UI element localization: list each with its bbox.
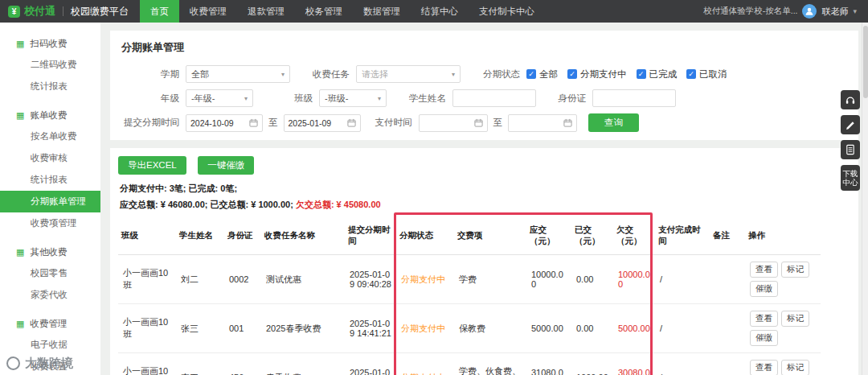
logo-text: 校付通 <box>24 4 55 19</box>
main-content: 分期账单管理 学期 全部 ▾ 收费任务 请选择 ▾ 分期状态 ✓全部✓分期支付中… <box>100 23 868 375</box>
feedback-button[interactable] <box>841 115 860 134</box>
topnav-item[interactable]: 支付制卡中心 <box>469 0 545 23</box>
pay-from-date[interactable] <box>419 114 488 132</box>
table-panel: 导出EXCEL 一键催缴 分期支付中: 3笔; 已完成: 0笔; 应交总额: ¥… <box>110 148 858 375</box>
float-toolbar: 下载中心 <box>841 90 860 191</box>
cell-student: 张三 <box>176 304 224 353</box>
user-name[interactable]: 联老师 <box>821 6 848 18</box>
status-checkbox[interactable]: ✓分期支付中 <box>567 68 627 80</box>
watermark-text: 大数跨境 <box>25 356 73 371</box>
download-center-button[interactable]: 下载中心 <box>841 165 860 191</box>
mark-button[interactable]: 标记 <box>781 262 809 278</box>
pen-icon <box>845 119 856 130</box>
sidebar-item[interactable]: 二维码收费 <box>0 54 100 76</box>
cell-status: 分期支付中 <box>396 304 454 353</box>
topnav-item[interactable]: 结算中心 <box>411 0 469 23</box>
calendar-icon <box>249 118 258 127</box>
topnav-item[interactable]: 数据管理 <box>353 0 411 23</box>
chevron-down-icon: ▾ <box>452 71 455 78</box>
sidebar-section-header[interactable]: ▦收费管理 <box>0 314 100 334</box>
column-header: 备注 <box>710 217 745 255</box>
column-header: 分期状态 <box>396 217 454 255</box>
idcard-label: 身份证 <box>544 93 586 105</box>
cell-note <box>710 304 745 353</box>
mark-button[interactable]: 标记 <box>781 311 809 327</box>
sidebar-item[interactable]: 统计报表 <box>0 169 100 191</box>
cell-submit-time: 2025-01-09 09:40:28 <box>345 255 396 304</box>
sidebar-item[interactable]: 按名单收费 <box>0 126 100 147</box>
submit-to-date[interactable]: 2025-01-09 <box>284 114 361 132</box>
view-button[interactable]: 查看 <box>750 262 778 278</box>
semester-select[interactable]: 全部 ▾ <box>186 65 290 83</box>
cell-id-no: 0002 <box>224 255 261 304</box>
mark-button[interactable]: 标记 <box>781 360 809 375</box>
student-name-input[interactable] <box>452 89 536 107</box>
chevron-down-icon: ▾ <box>244 95 248 102</box>
view-button[interactable]: 查看 <box>750 311 778 327</box>
checkbox-icon: ✓ <box>686 69 696 79</box>
cell-student: 刘二 <box>176 255 224 304</box>
watermark-logo-icon <box>6 356 20 370</box>
cell-owed: 10000.00 <box>613 255 655 304</box>
cell-complete-time: / <box>655 255 710 304</box>
chevron-down-icon: ▾ <box>281 71 285 78</box>
status-checkbox[interactable]: ✓已取消 <box>686 68 727 80</box>
submit-from-date[interactable]: 2024-10-09 <box>186 114 263 132</box>
task-select[interactable]: 请选择 ▾ <box>356 65 461 83</box>
cell-owed: 5000.00 <box>613 304 655 353</box>
cell-complete-time: / <box>655 304 710 353</box>
watermark: 大数跨境 <box>6 356 73 371</box>
avatar[interactable] <box>802 4 817 19</box>
sidebar-item[interactable]: 家委代收 <box>0 284 100 306</box>
search-button[interactable]: 查询 <box>588 113 639 132</box>
sidebar-item[interactable]: 电子收据 <box>0 334 100 356</box>
topnav-item[interactable]: 收费管理 <box>179 0 237 23</box>
remind-button[interactable]: 催缴 <box>750 330 778 346</box>
document-button[interactable] <box>841 140 860 159</box>
cell-paid: 0.00 <box>571 304 613 353</box>
view-button[interactable]: 查看 <box>750 360 778 375</box>
idcard-input[interactable] <box>592 89 676 107</box>
sidebar-item[interactable]: 收费审核 <box>0 147 100 169</box>
summary-totals: 应交总额: ¥ 46080.00; 已交总额: ¥ 1000.00; <box>120 200 293 209</box>
batch-remind-button[interactable]: 一键催缴 <box>198 156 254 175</box>
class-select[interactable]: -班级- ▾ <box>319 89 387 107</box>
cell-actions: 查看标记催缴 <box>745 255 821 304</box>
checkbox-icon: ✓ <box>526 69 536 79</box>
cell-student: 李四 <box>176 353 224 375</box>
table-header-row: 班级学生姓名身份证收费任务名称提交分期时间分期状态交费项应交（元）已交（元）欠交… <box>118 217 821 255</box>
task-label: 收费任务 <box>298 68 350 80</box>
topnav-item[interactable]: 首页 <box>140 0 179 23</box>
status-checkbox[interactable]: ✓全部 <box>526 68 558 80</box>
class-label: 班级 <box>261 93 313 105</box>
page-title: 分期账单管理 <box>121 40 847 55</box>
topnav-item[interactable]: 退款管理 <box>237 0 295 23</box>
chevron-down-icon[interactable]: ▾ <box>853 7 857 15</box>
sidebar-item[interactable]: 校园零售 <box>0 262 100 284</box>
sidebar-item[interactable]: 统计报表 <box>0 76 100 97</box>
pay-to-date[interactable] <box>508 114 577 132</box>
export-excel-button[interactable]: 导出EXCEL <box>118 156 186 175</box>
sidebar-section-header[interactable]: ▦扫码收费 <box>0 34 100 54</box>
vertical-scrollbar[interactable] <box>862 23 868 375</box>
support-button[interactable] <box>841 90 860 109</box>
cell-items: 学费、伙食费、住宿费 <box>454 353 526 375</box>
student-name-label: 学生姓名 <box>395 93 446 105</box>
topnav-item[interactable]: 校务管理 <box>295 0 353 23</box>
table-wrap: 班级学生姓名身份证收费任务名称提交分期时间分期状态交费项应交（元）已交（元）欠交… <box>118 217 850 375</box>
sidebar-item[interactable]: 收费项管理 <box>0 212 100 234</box>
scrollbar-thumb[interactable] <box>863 26 868 98</box>
remind-button[interactable]: 催缴 <box>750 281 778 297</box>
topbar: ¥ 校付通 校园缴费平台 首页收费管理退款管理校务管理数据管理结算中心支付制卡中… <box>0 0 868 23</box>
cell-status: 分期支付中 <box>396 255 454 304</box>
brand[interactable]: ¥ 校付通 <box>0 4 60 19</box>
sidebar-section-header[interactable]: ▦账单收费 <box>0 105 100 126</box>
sidebar-section-header[interactable]: ▦其他收费 <box>0 242 100 262</box>
column-header: 操作 <box>745 217 821 255</box>
cell-paid: 1000.00 <box>571 353 613 375</box>
status-checkbox[interactable]: ✓已完成 <box>637 68 678 80</box>
table-row: 小一画画10班李四456春季收费2025-01-09 15:35:40分期支付中… <box>118 353 821 375</box>
grade-select[interactable]: -年级- ▾ <box>186 89 253 107</box>
sidebar-item[interactable]: 分期账单管理 <box>0 191 100 212</box>
cell-submit-time: 2025-01-09 14:41:21 <box>345 304 396 353</box>
